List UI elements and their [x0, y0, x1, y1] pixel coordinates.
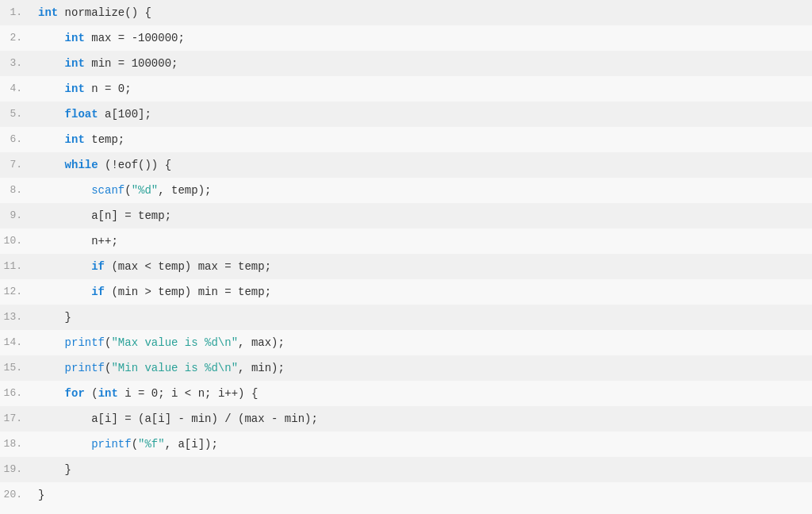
line-content: int max = -100000;: [32, 25, 812, 51]
line-content: printf("Max value is %d\n", max);: [32, 330, 812, 355]
line-number: 11.: [0, 254, 32, 279]
code-line: 9. a[n] = temp;: [0, 203, 812, 228]
code-text: n++;: [91, 235, 118, 247]
keyword: int: [38, 6, 58, 19]
line-number: 3.: [0, 51, 32, 76]
line-content: printf("Min value is %d\n", min);: [32, 355, 812, 381]
code-line: 2. int max = -100000;: [0, 25, 812, 51]
keyword: int: [65, 133, 85, 146]
code-text: , temp);: [158, 184, 211, 197]
keyword: int: [65, 32, 85, 44]
code-text: a[i] = (a[i] - min) / (max - min);: [91, 412, 318, 425]
line-content: float a[100];: [32, 102, 812, 127]
function-name: scanf: [91, 184, 124, 197]
code-text: a[100];: [98, 108, 151, 121]
code-text: }: [65, 463, 71, 476]
keyword: while: [65, 159, 98, 171]
line-number: 6.: [0, 127, 32, 152]
keyword: int: [65, 57, 85, 70]
keyword: int: [65, 82, 85, 95]
code-line: 1.int normalize() {: [0, 0, 812, 25]
code-line: 13. }: [0, 305, 812, 330]
line-number: 18.: [0, 432, 32, 457]
line-content: for (int i = 0; i < n; i++) {: [32, 381, 812, 406]
code-text: (!eof()) {: [98, 159, 171, 171]
function-name: printf: [65, 336, 105, 349]
code-line: 3. int min = 100000;: [0, 51, 812, 76]
line-content: }: [32, 457, 812, 482]
line-content: n++;: [32, 228, 812, 254]
code-line: 15. printf("Min value is %d\n", min);: [0, 355, 812, 381]
code-container: 1.int normalize() {2. int max = -100000;…: [0, 0, 812, 514]
keyword: if: [91, 260, 105, 273]
code-text: temp;: [85, 133, 124, 146]
line-content: a[i] = (a[i] - min) / (max - min);: [32, 406, 812, 432]
code-text: min = 100000;: [85, 57, 178, 70]
line-number: 16.: [0, 381, 32, 406]
code-text: (: [85, 387, 98, 400]
code-line: 7. while (!eof()) {: [0, 152, 812, 178]
code-line: 20.}: [0, 482, 812, 508]
line-number: 1.: [0, 0, 32, 25]
line-content: }: [32, 482, 812, 508]
code-line: 18. printf("%f", a[i]);: [0, 432, 812, 457]
code-text: , max);: [238, 336, 285, 349]
keyword: if: [91, 286, 105, 298]
code-text: }: [65, 311, 71, 324]
code-line: 19. }: [0, 457, 812, 482]
code-text: normalize() {: [58, 6, 151, 19]
code-line: 6. int temp;: [0, 127, 812, 152]
line-number: 7.: [0, 152, 32, 178]
code-text: a[n] = temp;: [91, 209, 171, 222]
line-number: 14.: [0, 330, 32, 355]
line-number: 4.: [0, 76, 32, 102]
line-content: a[n] = temp;: [32, 203, 812, 228]
string-literal: "%f": [138, 438, 165, 451]
keyword: for: [65, 387, 85, 400]
line-number: 10.: [0, 228, 32, 254]
code-line: 16. for (int i = 0; i < n; i++) {: [0, 381, 812, 406]
code-text: , min);: [238, 362, 285, 374]
keyword: float: [65, 108, 98, 121]
line-content: printf("%f", a[i]);: [32, 432, 812, 457]
code-line: 8. scanf("%d", temp);: [0, 178, 812, 203]
line-number: 5.: [0, 102, 32, 127]
line-content: while (!eof()) {: [32, 152, 812, 178]
code-text: max = -100000;: [85, 32, 185, 44]
line-content: }: [32, 305, 812, 330]
function-name: printf: [91, 438, 131, 451]
code-text: (max < temp) max = temp;: [105, 260, 271, 273]
line-content: int normalize() {: [32, 0, 812, 25]
line-content: if (min > temp) min = temp;: [32, 279, 812, 305]
string-literal: "Min value is %d\n": [111, 362, 238, 374]
line-content: scanf("%d", temp);: [32, 178, 812, 203]
line-content: int temp;: [32, 127, 812, 152]
line-content: if (max < temp) max = temp;: [32, 254, 812, 279]
line-number: 17.: [0, 406, 32, 432]
line-content: int min = 100000;: [32, 51, 812, 76]
line-number: 2.: [0, 25, 32, 51]
code-text: i = 0; i < n; i++) {: [118, 387, 258, 400]
code-text: n = 0;: [85, 82, 132, 95]
line-number: 19.: [0, 457, 32, 482]
string-literal: "Max value is %d\n": [111, 336, 238, 349]
code-text: (: [124, 184, 131, 197]
line-number: 20.: [0, 482, 32, 508]
code-line: 17. a[i] = (a[i] - min) / (max - min);: [0, 406, 812, 432]
code-line: 4. int n = 0;: [0, 76, 812, 102]
code-text: , a[i]);: [165, 438, 218, 451]
line-number: 9.: [0, 203, 32, 228]
code-text: (min > temp) min = temp;: [105, 286, 271, 298]
code-text: (: [132, 438, 138, 451]
code-line: 12. if (min > temp) min = temp;: [0, 279, 812, 305]
line-number: 8.: [0, 178, 32, 203]
code-text: }: [38, 489, 44, 501]
code-line: 14. printf("Max value is %d\n", max);: [0, 330, 812, 355]
code-line: 11. if (max < temp) max = temp;: [0, 254, 812, 279]
code-line: 10. n++;: [0, 228, 812, 254]
line-number: 12.: [0, 279, 32, 305]
keyword: int: [98, 387, 118, 400]
function-name: printf: [65, 362, 105, 374]
line-number: 15.: [0, 355, 32, 381]
code-line: 5. float a[100];: [0, 102, 812, 127]
